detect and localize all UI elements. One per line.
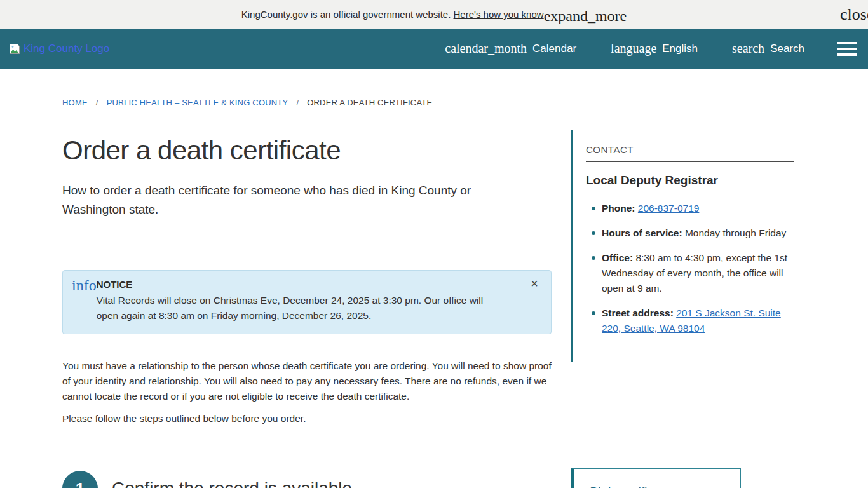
nav-search-label: Search	[770, 43, 804, 55]
king-county-logo[interactable]: King County Logo	[9, 43, 109, 55]
calendar-icon: calendar_month	[445, 41, 527, 56]
step-1-title: Confirm the record is available	[112, 478, 352, 488]
banner-close-icon[interactable]: close	[840, 5, 868, 24]
nav-language-label: English	[662, 43, 698, 55]
official-banner: KingCounty.gov is an official government…	[0, 0, 868, 29]
heres-how-you-know-link[interactable]: Here's how you know	[454, 9, 544, 20]
breadcrumb-public-health[interactable]: PUBLIC HEALTH – SEATTLE & KING COUNTY	[107, 98, 288, 107]
notice-body: Vital Records will close on Christmas Ev…	[97, 293, 503, 323]
notice-heading: NOTICE	[97, 278, 503, 291]
expand-more-icon[interactable]: expand_more	[544, 8, 627, 24]
language-icon: language	[611, 41, 656, 56]
header-nav: calendar_month Calendar language English…	[445, 41, 804, 56]
contact-item-address: Street address: 201 S Jackson St. Suite …	[592, 306, 789, 336]
intro-paragraphs: You must have a relationship to the pers…	[62, 358, 552, 426]
phone-label: Phone:	[602, 203, 635, 214]
address-label: Street address:	[602, 308, 674, 318]
nav-calendar[interactable]: calendar_month Calendar	[445, 41, 576, 56]
breadcrumb-separator: /	[96, 98, 98, 107]
logo-alt-text: King County Logo	[24, 43, 109, 55]
contact-label: CONTACT	[586, 144, 807, 155]
breadcrumb: HOME / PUBLIC HEALTH – SEATTLE & KING CO…	[62, 98, 552, 107]
hours-label: Hours of service:	[602, 227, 682, 238]
phone-link[interactable]: 206-837-0719	[638, 203, 700, 214]
step-1-row: 1 Confirm the record is available	[62, 471, 552, 488]
info-icon: info	[72, 278, 97, 323]
intro-paragraph: Please follow the steps outlined below b…	[62, 411, 552, 426]
page-subtitle: How to order a death certificate for som…	[62, 181, 523, 219]
hours-value: Monday through Friday	[685, 227, 786, 238]
search-icon: search	[732, 41, 764, 56]
broken-image-icon	[9, 43, 20, 55]
contact-item-office: Office: 8:30 am to 4:30 pm, except the 1…	[592, 250, 789, 296]
official-banner-statement: KingCounty.gov is an official government…	[241, 9, 451, 20]
menu-icon[interactable]	[837, 42, 857, 56]
office-label: Office:	[602, 252, 633, 263]
nav-search[interactable]: search Search	[732, 41, 804, 56]
breadcrumb-current: ORDER A DEATH CERTIFICATE	[307, 98, 432, 107]
nav-language[interactable]: language English	[611, 41, 698, 56]
main-content: HOME / PUBLIC HEALTH – SEATTLE & KING CO…	[62, 69, 552, 488]
breadcrumb-separator: /	[296, 98, 299, 107]
nav-calendar-label: Calendar	[532, 43, 576, 55]
step-1-number-badge: 1	[62, 471, 98, 488]
related-links-box: Birth certificates	[571, 468, 741, 488]
birth-certificates-link[interactable]: Birth certificates	[589, 485, 675, 488]
contact-divider	[586, 161, 794, 162]
official-banner-text: KingCounty.gov is an official government…	[241, 8, 544, 20]
intro-paragraph: You must have a relationship to the pers…	[62, 358, 552, 404]
contact-heading: Local Deputy Registrar	[586, 173, 807, 187]
contact-item-phone: Phone: 206-837-0719	[592, 201, 789, 216]
sidebar: CONTACT Local Deputy Registrar Phone: 20…	[571, 69, 807, 488]
notice-alert: info NOTICE Vital Records will close on …	[62, 270, 552, 334]
contact-panel: CONTACT Local Deputy Registrar Phone: 20…	[571, 130, 807, 362]
site-header: King County Logo calendar_month Calendar…	[0, 29, 868, 69]
page-title: Order a death certificate	[62, 135, 552, 166]
page-body: HOME / PUBLIC HEALTH – SEATTLE & KING CO…	[0, 69, 868, 488]
contact-item-hours: Hours of service: Monday through Friday	[592, 226, 789, 241]
breadcrumb-home[interactable]: HOME	[62, 98, 88, 107]
notice-content: NOTICE Vital Records will close on Chris…	[97, 278, 503, 323]
contact-list: Phone: 206-837-0719 Hours of service: Mo…	[586, 201, 807, 336]
notice-close-icon[interactable]: ×	[531, 277, 538, 290]
